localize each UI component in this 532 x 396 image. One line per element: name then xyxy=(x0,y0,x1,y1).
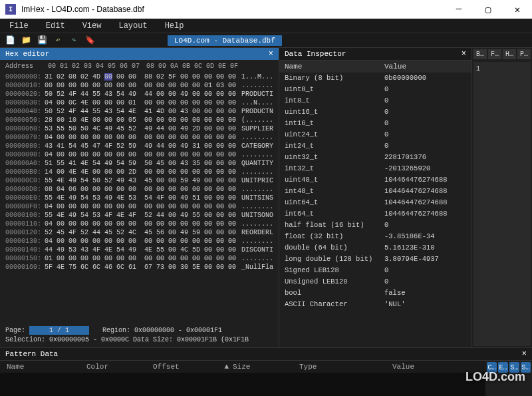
bookmark-icon[interactable]: 🔖 xyxy=(85,36,94,45)
pattern-col-type[interactable]: Type xyxy=(299,363,392,371)
pattern-col-offset[interactable]: Offset ▲ xyxy=(153,363,233,371)
pattern-col-name[interactable]: Name xyxy=(7,363,86,371)
right-body-value: 1 xyxy=(476,65,480,73)
page-value[interactable]: 1 / 1 xyxy=(29,326,89,335)
new-file-icon[interactable]: 📄 xyxy=(5,36,15,45)
menu-edit[interactable]: Edit xyxy=(43,20,68,32)
hex-row[interactable]: 00000130:04 00 00 00 00 00 00 00 00 00 0… xyxy=(5,237,273,246)
hex-row[interactable]: 000000F0:04 00 00 00 00 00 00 00 00 00 0… xyxy=(5,202,273,211)
pattern-col-color[interactable]: Color xyxy=(86,363,153,371)
pattern-body xyxy=(0,373,485,396)
inspector-row[interactable]: uint16_t0 xyxy=(279,106,471,118)
hex-footer: Page: 1 / 1 Region: 0x00000000 - 0x00001… xyxy=(0,323,279,347)
file-tab[interactable]: LO4D.com - Database.dbf xyxy=(168,35,282,46)
inspector-row[interactable]: long double (128 bit)3.80794E-4937 xyxy=(279,254,471,265)
undo-icon[interactable]: ↶ xyxy=(53,36,63,45)
hex-row[interactable]: 000000D0:08 04 06 00 00 00 00 00 00 00 0… xyxy=(5,185,273,194)
hex-row[interactable]: 00000140:44 49 53 43 4F 4E 54 49 4E 55 0… xyxy=(5,246,273,254)
inspector-name-header: Name xyxy=(285,63,384,71)
inspector-row[interactable]: double (64 bit)5.16123E-310 xyxy=(279,242,471,254)
side-tab-3[interactable]: P… xyxy=(517,49,531,59)
pattern-col-value[interactable]: Value xyxy=(392,363,459,371)
inspector-row[interactable]: uint24_t0 xyxy=(279,129,471,140)
hex-editor-panel: Hex editor × Address 00 01 02 03 04 05 0… xyxy=(0,48,279,347)
pattern-col-size[interactable]: Size xyxy=(233,363,299,371)
hex-row[interactable]: 00000070:04 00 00 00 00 00 00 00 00 00 0… xyxy=(5,133,273,142)
watermark: LO4D.com xyxy=(466,370,525,384)
hex-row[interactable]: 00000040:50 52 4F 44 55 43 54 4E 41 4D 0… xyxy=(5,107,273,116)
hex-row[interactable]: 00000000:31 02 08 02 4D 00 00 00 88 02 5… xyxy=(5,73,273,81)
hex-editor-header[interactable]: Hex editor × xyxy=(0,48,279,60)
inspector-row[interactable]: Unsigned LEB1280 xyxy=(279,276,471,288)
right-body: 1 xyxy=(473,62,531,346)
side-tab-0[interactable]: B… xyxy=(473,49,487,59)
hex-row[interactable]: 00000030:04 00 0C 4E 00 00 00 01 00 00 0… xyxy=(5,99,273,107)
side-tab-2[interactable]: H… xyxy=(503,49,516,59)
hex-row[interactable]: 00000150:01 00 00 00 00 00 00 00 00 00 0… xyxy=(5,254,273,263)
window-buttons: ─ ▢ ✕ xyxy=(444,0,532,19)
page-label: Page: xyxy=(5,327,25,334)
inspector-row[interactable]: int8_t0 xyxy=(279,95,471,106)
hex-row[interactable]: 00000020:50 52 4F 44 55 43 54 49 44 00 0… xyxy=(5,90,273,99)
hex-row[interactable]: 00000060:53 55 50 50 4C 49 45 52 49 44 0… xyxy=(5,124,273,133)
inspector-body: Binary (8 bit)0b00000000uint8_t0int8_t0u… xyxy=(279,73,471,310)
hex-row[interactable]: 00000120:52 45 4F 52 44 45 52 4C 45 56 0… xyxy=(5,228,273,237)
inspector-row[interactable]: ASCII Character'NUL' xyxy=(279,299,471,310)
datasize-value: Data Size: 0x00001F1B (0x1F1B xyxy=(133,335,249,345)
window-titlebar: I ImHex - LO4D.com - Database.dbf ─ ▢ ✕ xyxy=(0,0,532,19)
pattern-columns: Name Color Offset ▲ Size Type Value xyxy=(0,361,485,373)
hex-row[interactable]: 00000110:04 00 00 00 00 00 00 00 00 00 0… xyxy=(5,220,273,228)
pattern-close-icon[interactable]: × xyxy=(522,349,527,359)
inspector-value-header: Value xyxy=(384,63,406,71)
inspector-column-header: Name Value xyxy=(279,61,471,73)
right-tabs: B… F… H… P… xyxy=(473,49,531,59)
menu-view[interactable]: View xyxy=(80,20,104,32)
pattern-data-header[interactable]: Pattern Data × xyxy=(0,348,532,361)
data-inspector-header[interactable]: Data Inspector × xyxy=(279,48,471,61)
hex-row[interactable]: 00000090:04 00 00 00 00 00 00 00 00 00 0… xyxy=(5,150,273,159)
hex-row[interactable]: 00000010:00 00 00 00 00 00 00 00 00 00 0… xyxy=(5,81,273,90)
hex-column-header: Address 00 01 02 03 04 05 06 07 08 09 0A… xyxy=(0,60,279,73)
menu-layout[interactable]: Layout xyxy=(116,20,150,32)
save-icon[interactable]: 💾 xyxy=(37,36,47,45)
side-tab-1[interactable]: F… xyxy=(488,49,501,59)
hex-row[interactable]: 000000E0:55 4E 49 54 53 49 4E 53 54 4F 0… xyxy=(5,194,273,202)
minimize-button[interactable]: ─ xyxy=(444,0,473,19)
redo-icon[interactable]: ↷ xyxy=(69,36,78,45)
hex-body[interactable]: 00000000:31 02 08 02 4D 00 00 00 88 02 5… xyxy=(0,73,279,323)
pattern-data-title: Pattern Data xyxy=(5,350,58,358)
menubar: File Edit View Layout Help xyxy=(0,19,532,33)
inspector-row[interactable]: uint48_t104464476274688 xyxy=(279,174,471,186)
hex-row[interactable]: 000000C0:55 4E 49 54 50 52 49 43 45 00 0… xyxy=(5,176,273,185)
maximize-button[interactable]: ▢ xyxy=(473,0,503,19)
hex-row[interactable]: 00000160:5F 4E 75 6C 6C 46 6C 61 67 73 0… xyxy=(5,263,273,272)
inspector-row[interactable]: half float (16 bit)0 xyxy=(279,220,471,231)
bytes-header-1: 00 01 02 03 04 05 06 07 xyxy=(48,63,140,70)
inspector-row[interactable]: Signed LEB1280 xyxy=(279,265,471,276)
hex-row[interactable]: 00000080:43 41 54 45 47 4F 52 59 49 44 0… xyxy=(5,142,273,150)
inspector-close-icon[interactable]: × xyxy=(462,49,466,59)
inspector-row[interactable]: uint64_t104464476274688 xyxy=(279,197,471,208)
menu-help[interactable]: Help xyxy=(162,20,187,32)
hex-row[interactable]: 000000A0:51 55 41 4E 54 49 54 59 50 45 0… xyxy=(5,159,273,168)
open-file-icon[interactable]: 📁 xyxy=(21,36,31,45)
right-sidebar: B… F… H… P… 1 xyxy=(472,48,532,347)
inspector-row[interactable]: int64_t104464476274688 xyxy=(279,208,471,220)
hex-row[interactable]: 00000100:55 4E 49 54 53 4F 4E 4F 52 44 0… xyxy=(5,211,273,220)
hex-row[interactable]: 000000B0:14 00 4E 4E 00 00 00 2D 00 00 0… xyxy=(5,168,273,176)
menu-file[interactable]: File xyxy=(7,20,31,32)
inspector-row[interactable]: uint8_t0 xyxy=(279,84,471,95)
inspector-row[interactable]: int24_t0 xyxy=(279,140,471,152)
inspector-row[interactable]: int32_t-2013265920 xyxy=(279,163,471,174)
bottom-area: Pattern Data × Name Color Offset ▲ Size … xyxy=(0,347,532,396)
inspector-row[interactable]: float (32 bit)-3.85186E-34 xyxy=(279,231,471,242)
close-button[interactable]: ✕ xyxy=(503,0,532,19)
hex-close-icon[interactable]: × xyxy=(269,49,273,59)
inspector-row[interactable]: Binary (8 bit)0b00000000 xyxy=(279,73,471,84)
inspector-row[interactable]: int16_t0 xyxy=(279,118,471,129)
hex-row[interactable]: 00000050:28 00 10 4E 00 00 00 05 00 00 0… xyxy=(5,116,273,124)
main-area: Hex editor × Address 00 01 02 03 04 05 0… xyxy=(0,48,532,347)
inspector-row[interactable]: boolfalse xyxy=(279,288,471,299)
inspector-row[interactable]: int48_t104464476274688 xyxy=(279,186,471,197)
inspector-row[interactable]: uint32_t2281701376 xyxy=(279,152,471,163)
